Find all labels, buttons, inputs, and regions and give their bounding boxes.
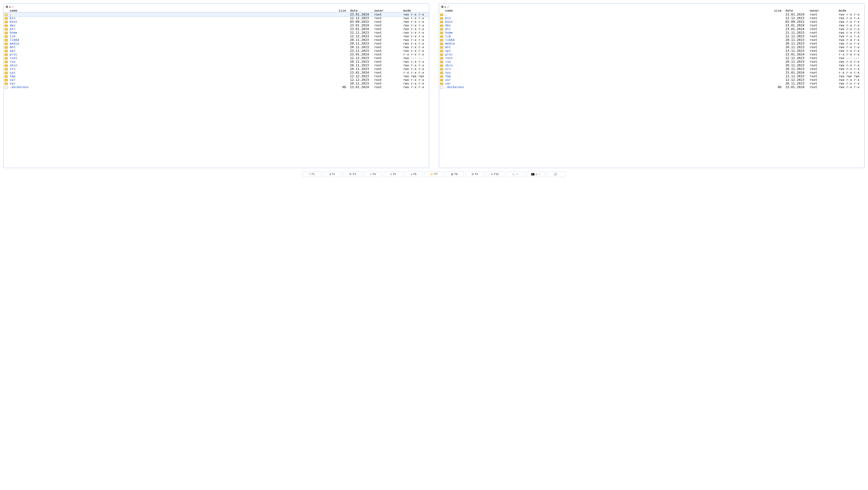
file-size xyxy=(771,78,784,81)
folder-icon xyxy=(5,83,8,85)
file-size xyxy=(771,67,784,71)
file-owner: root xyxy=(373,27,402,31)
file-row[interactable]: dev 23.01.2024 root rwx r-x r-x xyxy=(439,24,864,27)
col-header-mode[interactable]: mode xyxy=(402,8,429,12)
fn-button-F7[interactable]: 📁F7 xyxy=(425,171,443,177)
fn-button-F6[interactable]: ⇄F6 xyxy=(404,171,423,177)
folder-icon xyxy=(5,72,8,74)
col-header-mode[interactable]: mode xyxy=(838,8,864,12)
folder-icon xyxy=(440,43,443,45)
file-row[interactable]: root 12.12.2023 root rwx --- --- xyxy=(439,56,864,60)
col-header-size[interactable]: size xyxy=(771,8,784,12)
file-row[interactable]: home 21.11.2023 root rwx r-x r-x xyxy=(439,31,864,34)
file-row[interactable]: tmp 12.12.2023 root rwx rwx rwx xyxy=(4,74,429,78)
file-row[interactable]: mnt 20.11.2023 root rwx r-x r-x xyxy=(4,45,429,49)
file-name: usr xyxy=(10,78,15,81)
file-mode: rwx r-x r-x xyxy=(838,49,864,53)
file-owner: root xyxy=(809,67,838,71)
file-row[interactable]: tmp 12.12.2023 root rwx rwx rwx xyxy=(439,74,864,78)
file-mode: rwx r-x r-x xyxy=(838,31,864,34)
file-mode: rwx --- --- xyxy=(402,56,429,60)
panels-container: 🗑 ↻ / name size date owner mode : 23.01.… xyxy=(3,3,865,168)
file-row[interactable]: sys 23.01.2024 root r-x r-x r-x xyxy=(4,71,429,74)
col-header-name[interactable]: name xyxy=(9,8,336,12)
col-header-date[interactable]: date xyxy=(349,8,373,12)
file-row[interactable]: media 20.11.2023 root rwx r-x r-x xyxy=(4,42,429,45)
file-row[interactable]: srv 20.11.2023 root rwx r-x r-x xyxy=(4,67,429,71)
fn-label: F6 xyxy=(413,173,416,176)
file-row[interactable]: etc 23.01.2024 root rwx r-x r-x xyxy=(439,27,864,31)
file-date: 20.11.2023 xyxy=(349,45,373,49)
trash-icon[interactable]: 🗑 xyxy=(441,5,444,8)
file-row[interactable]: lib64 20.11.2023 root rwx r-x r-x xyxy=(439,38,864,42)
file-row[interactable]: lib64 20.11.2023 root rwx r-x r-x xyxy=(4,38,429,42)
fn-button-F10[interactable]: ⚙F10 xyxy=(486,171,504,177)
col-header-date[interactable]: date xyxy=(784,8,809,12)
file-owner: root xyxy=(809,53,838,56)
file-mode: rwx r-x r-x xyxy=(402,85,429,89)
fn-button-~[interactable]: >_~ xyxy=(506,171,525,177)
file-row[interactable]: var 20.11.2023 root rwx r-x r-x xyxy=(4,81,429,85)
file-owner: root xyxy=(373,24,402,27)
file-row[interactable]: run 20.11.2023 root rwx r-x r-x xyxy=(439,60,864,63)
file-row[interactable]: run 20.11.2023 root rwx r-x r-x xyxy=(4,60,429,63)
left-panel[interactable]: 🗑 ↻ / name size date owner mode : 23.01.… xyxy=(3,3,429,168)
file-row[interactable]: usr 12.12.2023 root rwx r-x r-x xyxy=(439,78,864,81)
file-row[interactable]: boot 03.09.2022 root rwx r-x r-x xyxy=(4,20,429,24)
file-row[interactable]: sbin 20.11.2023 root rwx r-x r-x xyxy=(439,63,864,67)
file-row[interactable]: .dockerenv 0b 23.01.2024 root rwx r-x r-… xyxy=(4,85,429,89)
fn-button-F5[interactable]: ⎘F5 xyxy=(384,171,403,177)
fn-button-F1[interactable]: ?F1 xyxy=(303,171,321,177)
right-panel[interactable]: 🗑 ↻ / name size date owner mode : 23.01.… xyxy=(439,3,865,168)
current-path[interactable]: / xyxy=(447,5,449,8)
file-row[interactable]: mnt 20.11.2023 root rwx r-x r-x xyxy=(439,45,864,49)
file-row[interactable]: lib 12.12.2023 root rwx r-x r-x xyxy=(439,34,864,38)
trash-icon[interactable]: 🗑 xyxy=(6,5,8,8)
file-row[interactable]: home 21.11.2023 root rwx r-x r-x xyxy=(4,31,429,34)
refresh-icon[interactable]: ↻ xyxy=(9,5,11,8)
folder-icon xyxy=(5,54,8,56)
current-path[interactable]: / xyxy=(11,5,13,8)
refresh-icon[interactable]: ↻ xyxy=(444,5,446,8)
file-row[interactable]: sys 23.01.2024 root r-x r-x r-x xyxy=(439,71,864,74)
file-size xyxy=(771,63,784,67)
file-row[interactable]: proc 23.01.2024 root r-x r-x r-x xyxy=(439,53,864,56)
fn-icon: 💬 xyxy=(554,173,557,175)
file-row[interactable]: proc 23.01.2024 root r-x r-x r-x xyxy=(4,53,429,56)
fn-button-F2[interactable]: ≣F2 xyxy=(323,171,341,177)
file-row[interactable]: .dockerenv 0b 23.01.2024 root rwx r-x r-… xyxy=(439,85,864,89)
file-row[interactable]: root 12.12.2023 root rwx --- --- xyxy=(4,56,429,60)
file-row[interactable]: srv 20.11.2023 root rwx r-x r-x xyxy=(439,67,864,71)
file-mode: rwx r-x r-x xyxy=(838,81,864,85)
fn-button-⌂ ~[interactable]: >_⌂ ~ xyxy=(527,171,545,177)
file-date: 21.11.2023 xyxy=(349,31,373,34)
file-row[interactable]: lib 12.12.2023 root rwx r-x r-x xyxy=(4,34,429,38)
file-row[interactable]: media 20.11.2023 root rwx r-x r-x xyxy=(439,42,864,45)
file-size xyxy=(771,45,784,49)
fn-button-chat[interactable]: 💬 xyxy=(547,171,565,177)
file-date: 23.01.2024 xyxy=(784,24,809,27)
fn-button-F3[interactable]: 👁F3 xyxy=(343,171,362,177)
file-row[interactable]: opt 23.11.2023 root rwx r-x r-x xyxy=(439,49,864,53)
file-name: root xyxy=(445,56,453,60)
col-header-owner[interactable]: owner xyxy=(809,8,838,12)
folder-icon xyxy=(440,50,443,52)
col-header-size[interactable]: size xyxy=(336,8,349,12)
file-row[interactable]: opt 23.11.2023 root rwx r-x r-x xyxy=(4,49,429,53)
file-row[interactable]: dev 23.01.2024 root rwx r-x r-x xyxy=(4,24,429,27)
file-row[interactable]: : 23.01.2024 root rwx r-x r-x xyxy=(4,12,429,16)
file-row[interactable]: sbin 20.11.2023 root rwx r-x r-x xyxy=(4,63,429,67)
col-header-owner[interactable]: owner xyxy=(373,8,402,12)
file-row[interactable]: bin 12.12.2023 root rwx r-x r-x xyxy=(4,16,429,20)
file-mode: rwx r-x r-x xyxy=(402,12,429,16)
file-row[interactable]: boot 03.09.2022 root rwx r-x r-x xyxy=(439,20,864,24)
fn-button-F8[interactable]: 🗑F8 xyxy=(445,171,464,177)
file-row[interactable]: bin 12.12.2023 root rwx r-x r-x xyxy=(439,16,864,20)
file-row[interactable]: : 23.01.2024 root rwx r-x r-x xyxy=(439,12,864,16)
file-row[interactable]: usr 12.12.2023 root rwx r-x r-x xyxy=(4,78,429,81)
col-header-name[interactable]: name xyxy=(444,8,771,12)
fn-button-F4[interactable]: ✎F4 xyxy=(364,171,382,177)
fn-button-F9[interactable]: ☰F9 xyxy=(465,171,484,177)
file-row[interactable]: etc 23.01.2024 root rwx r-x r-x xyxy=(4,27,429,31)
file-row[interactable]: var 20.11.2023 root rwx r-x r-x xyxy=(439,81,864,85)
